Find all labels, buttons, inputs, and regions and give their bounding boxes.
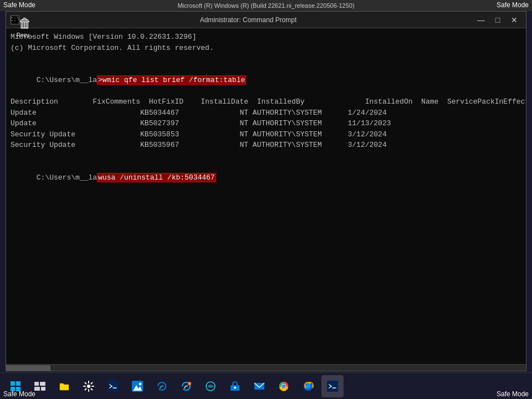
maximize-button[interactable]: □ — [490, 14, 505, 25]
svg-rect-4 — [34, 382, 39, 386]
safe-mode-top-left: Safe Mode — [0, 0, 39, 10]
cmd-prompt1: C:\Users\m__la — [37, 76, 97, 84]
table-row: Security Update KB5035967 NT AUTHORITY\S… — [11, 140, 521, 151]
cmd-command1-line: C:\Users\m__la>wmic qfe list brief /form… — [11, 64, 521, 97]
cmd-command2-line: C:\Users\m__lawusa /uninstall /kb:503446… — [11, 161, 521, 194]
svg-point-22 — [282, 385, 285, 388]
minimize-button[interactable]: — — [474, 14, 488, 25]
os-title-bar: Microsoft (R) Windows (R) (Build 22621.n… — [0, 0, 532, 11]
svg-point-8 — [87, 385, 90, 388]
recycle-bin-label: Recy... — [17, 32, 33, 38]
cmd-title-text: Administrator: Command Prompt — [23, 16, 474, 24]
recycle-bin-image: 🗑 — [18, 16, 32, 31]
cmd-blank-line2 — [11, 151, 521, 162]
os-title-text: Microsoft (R) Windows (R) (Build 22621.n… — [177, 2, 354, 9]
cmd-body[interactable]: Microsoft Windows [Version 10.0.22631.32… — [6, 28, 526, 364]
svg-rect-25 — [327, 381, 338, 392]
photos-button[interactable] — [126, 375, 149, 397]
chrome-button[interactable] — [273, 375, 295, 397]
file-explorer-button[interactable] — [53, 375, 75, 397]
firefox-button[interactable] — [297, 375, 319, 397]
store-button[interactable] — [224, 375, 246, 397]
cmd-prompt2: C:\Users\m__la — [37, 173, 97, 182]
svg-rect-0 — [11, 381, 15, 386]
cmd-intro-line2: (c) Microsoft Corporation. All rights re… — [11, 43, 521, 54]
edge-beta-button[interactable]: β — [175, 375, 197, 397]
table-row: Update KB5034467 NT AUTHORITY\SYSTEM 1/2… — [11, 108, 521, 119]
taskbar: β — [0, 372, 532, 399]
cmd-blank-line1 — [11, 53, 521, 64]
svg-point-13 — [139, 382, 142, 385]
cmd-command1-highlighted: >wmic qfe list brief /format:table — [97, 75, 246, 85]
recycle-bin-icon[interactable]: 🗑 Recy... — [8, 16, 42, 38]
svg-rect-5 — [40, 382, 45, 386]
cmd-scrollbar[interactable] — [6, 364, 526, 371]
svg-rect-18 — [234, 387, 236, 388]
svg-rect-1 — [16, 381, 21, 386]
cmd-command2-highlighted: wusa /uninstall /kb:5034467 — [97, 173, 216, 182]
table-row: Security Update KB5035853 NT AUTHORITY\S… — [11, 129, 521, 140]
cmd-intro-line1: Microsoft Windows [Version 10.0.22631.32… — [11, 32, 521, 43]
cmd-table-header: Description FixComments HotFixID Install… — [11, 96, 521, 108]
safe-mode-bottom-left: Safe Mode — [0, 389, 39, 399]
mail-button[interactable] — [248, 375, 270, 397]
cmd-scrollbar-thumb[interactable] — [6, 365, 50, 371]
svg-rect-7 — [41, 387, 45, 391]
cmd-window: C:\ Administrator: Command Prompt — □ ✕ … — [6, 11, 526, 371]
settings-button[interactable] — [78, 375, 100, 397]
svg-point-24 — [306, 384, 310, 388]
safe-mode-top-right: Safe Mode — [493, 0, 532, 10]
cmd-window-controls: — □ ✕ — [474, 14, 521, 25]
edge-button[interactable] — [151, 375, 173, 397]
terminal-taskbar-button[interactable] — [102, 375, 124, 397]
svg-rect-9 — [108, 381, 119, 392]
cmd-taskbar-button[interactable] — [321, 375, 344, 397]
cmd-title-bar: C:\ Administrator: Command Prompt — □ ✕ — [6, 12, 526, 28]
safe-mode-bottom-right: Safe Mode — [493, 389, 532, 399]
table-row: Update KB5027397 NT AUTHORITY\SYSTEM 11/… — [11, 118, 521, 129]
edge2-button[interactable] — [200, 375, 222, 397]
close-button[interactable]: ✕ — [507, 14, 521, 25]
